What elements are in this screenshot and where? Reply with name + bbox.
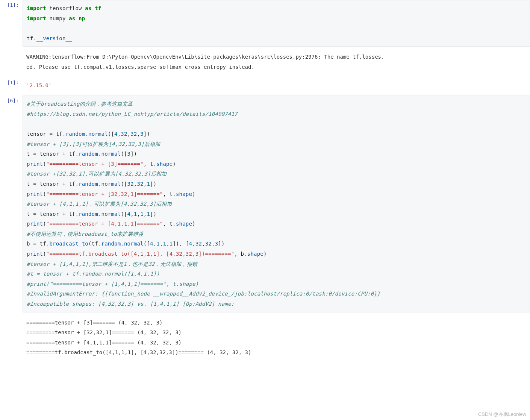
op-assign: =: [49, 131, 53, 137]
number: 1: [140, 211, 144, 217]
arg: , t: [163, 191, 173, 197]
code-input-area[interactable]: import tensorflow as tf import numpy as …: [23, 0, 530, 47]
dot: .: [98, 241, 101, 247]
paren: (: [43, 191, 46, 197]
empty-prompt: [0, 315, 23, 317]
alias: np: [79, 15, 85, 21]
dot: .: [62, 131, 66, 137]
func: normal: [124, 241, 144, 247]
attr: shape: [176, 191, 192, 197]
number: 1: [156, 241, 160, 247]
paren: ]): [144, 131, 150, 137]
identifier: t: [27, 211, 33, 217]
code-cell-1: [1]: import tensorflow as tf import nump…: [0, 0, 530, 47]
string: "=========tensor + [3]=======": [46, 161, 144, 167]
paren: ([: [144, 241, 150, 247]
cell-prompt: [6]:: [0, 96, 23, 103]
number: 4: [189, 241, 192, 247]
comma: ,: [137, 131, 141, 137]
paren: ): [192, 191, 195, 197]
empty-prompt: [0, 49, 23, 51]
comma: ,: [160, 241, 163, 247]
comma: ,: [137, 211, 141, 217]
keyword-as: as: [85, 5, 91, 11]
number: 4: [127, 211, 131, 217]
comma: ,: [127, 131, 131, 137]
comment: #InvalidArgumentError: {{function_node _…: [27, 291, 380, 297]
cell-prompt: [1]:: [0, 0, 23, 8]
comma: ,: [166, 241, 170, 247]
paren: (: [43, 221, 46, 227]
keyword-import: import: [27, 15, 46, 21]
comment: #tensor + [4,1,1,1]，可以扩展为[4,32,32,3]后相加: [27, 201, 172, 207]
comment: #tensor + [3],[3]可以扩展为[4,32,32,3]后相加: [27, 141, 160, 147]
string: "=========tensor + [4,1,1,1]=======": [46, 221, 163, 227]
number: 32: [121, 131, 127, 137]
number: 3: [127, 151, 131, 157]
output-cell-1: [1]: '2.15.0': [0, 77, 530, 94]
identifier: tensor: [27, 131, 49, 137]
paren: ): [192, 221, 195, 227]
paren: ([: [121, 181, 127, 187]
stdout-text: =========tensor + [3]======= (4, 32, 32,…: [23, 315, 530, 361]
stderr-text: WARNING:tensorflow:From D:\Pyton-Opencv\…: [23, 49, 530, 75]
attr: random: [66, 131, 85, 137]
comment: #不使用运算符，使用broadcast_to来扩展维度: [27, 231, 144, 237]
paren: ([: [108, 131, 114, 137]
number: 1: [163, 241, 167, 247]
comment: #tensor +[32,32,1],可以扩展为[4,32,32,3]后相加: [27, 171, 167, 177]
dot: .: [75, 181, 79, 187]
dot: .: [85, 131, 88, 137]
paren: (tf: [88, 241, 98, 247]
identifier: tensor: [36, 211, 62, 217]
comma: ,: [130, 211, 134, 217]
dot: .: [98, 181, 101, 187]
number: 1: [134, 211, 137, 217]
attr: random: [79, 151, 98, 157]
number: 32: [137, 181, 143, 187]
dot-op: .: [33, 35, 36, 41]
output-prompt: [1]:: [0, 77, 23, 85]
comment: #Incompatible shapes: [4,32,32,3] vs. [1…: [27, 301, 234, 307]
builtin-print: print: [27, 251, 43, 257]
number: 1: [147, 211, 150, 217]
number: 32: [195, 241, 202, 247]
attr: random: [101, 241, 121, 247]
alias: tf: [95, 5, 101, 11]
identifier: tf: [53, 131, 62, 137]
number: 32: [127, 181, 134, 187]
comma: ,: [192, 241, 195, 247]
keyword-as: as: [69, 15, 75, 21]
paren: ]): [150, 181, 156, 187]
number: 3: [140, 131, 144, 137]
identifier: t: [27, 151, 33, 157]
paren: ([: [121, 151, 127, 157]
attr: random: [79, 181, 98, 187]
output-value: '2.15.0': [23, 77, 530, 94]
comment: #t = tensor + tf.random.normal([1,4,1,1]…: [27, 271, 160, 277]
comment: #https://blog.csdn.net/python_LC_nohtyp/…: [27, 111, 238, 117]
code-input-area[interactable]: #关于broadcasting的介绍，参考这篇文章 #https://blog.…: [23, 96, 530, 312]
output-cell-6: =========tensor + [3]======= (4, 32, 32,…: [0, 315, 530, 361]
module-name: tensorflow: [49, 5, 82, 11]
paren: (: [43, 161, 46, 167]
comma: ,: [212, 241, 215, 247]
dunder-attr: __version__: [36, 35, 72, 41]
dot: .: [98, 151, 101, 157]
dot: .: [153, 161, 157, 167]
attr: shape: [247, 251, 263, 257]
comma: ,: [202, 241, 205, 247]
number: 4: [150, 241, 153, 247]
paren: ]): [130, 151, 137, 157]
builtin-print: print: [27, 191, 43, 197]
dot: .: [173, 221, 176, 227]
identifier: tensor: [36, 151, 62, 157]
string: "=========tensor + [32,32,1]=======": [46, 191, 163, 197]
dot: .: [98, 211, 101, 217]
string: "=========tf.broadcast_to([4,1,1,1], [4,…: [46, 251, 234, 257]
op-plus: +: [62, 181, 66, 187]
func: broadcast_to: [49, 241, 88, 247]
func: normal: [101, 181, 121, 187]
dot: .: [173, 191, 176, 197]
identifier: tf: [27, 35, 33, 41]
